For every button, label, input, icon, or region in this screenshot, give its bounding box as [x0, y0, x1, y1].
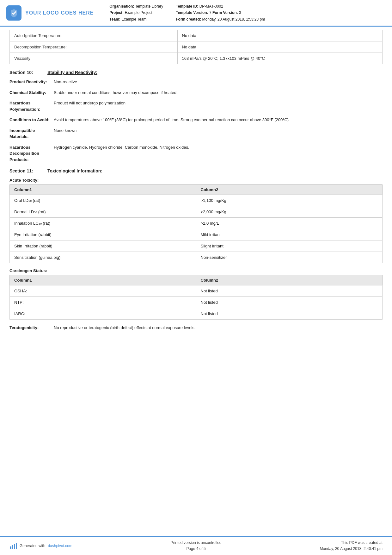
project-value: Example Project — [125, 10, 152, 15]
project-label: Project: — [109, 10, 124, 15]
main-content: Auto-Ignition Temperature:No dataDecompo… — [0, 27, 392, 535]
section10-fields: Product Reactivity:Non-reactiveChemical … — [9, 79, 383, 163]
team-value: Example Team — [121, 17, 146, 22]
acute-row: Dermal LD₅₀ (rat)>2,000 mg/Kg — [10, 206, 383, 218]
project-row: Project: Example Project — [109, 9, 163, 16]
template-version-label: Template Version: — [176, 10, 208, 15]
svg-rect-2 — [14, 544, 15, 549]
carcinogen-table: Column1 Column2 OSHA:Not listedNTP:Not l… — [9, 275, 383, 320]
carcinogen-row: OSHA:Not listed — [10, 285, 383, 297]
prop-value: 163 mPa/s @ 20°C; 1.37x103 mPa/s @ 40°C — [177, 53, 382, 64]
form-created-value: Monday, 20 August 2018, 1:53:23 pm — [202, 17, 265, 22]
footer-right: This PDF was created at Monday, 20 Augus… — [320, 540, 383, 552]
acute-row: Eye Irritation (rabbit)Mild irritant — [10, 229, 383, 240]
org-label: Organisation: — [109, 4, 134, 9]
footer-generated-text: Generated with — [20, 544, 45, 548]
acute-col1: Sensitization (guinea pig) — [10, 252, 196, 263]
acute-row: Sensitization (guinea pig)Non-sensitizer — [10, 252, 383, 263]
properties-row: Decomposition Temperature:No data — [10, 41, 383, 53]
svg-rect-1 — [12, 545, 13, 549]
acute-row: Inhalation LC₅₀ (rat)>2.0 mg/L — [10, 218, 383, 229]
section11-number: Section 11: — [9, 168, 41, 173]
acute-col1: Eye Irritation (rabbit) — [10, 229, 196, 240]
footer-created-date: Monday, 20 August 2018, 2:40:41 pm — [320, 546, 383, 552]
section11-title: Toxicological Information: — [47, 168, 102, 173]
section11-header: Section 11: Toxicological Information: — [9, 168, 383, 173]
field-label: Conditions to Avoid: — [9, 117, 54, 123]
form-version-value: 3 — [239, 10, 241, 15]
teratogenicity-value: No reproductive or teratogenic (birth de… — [54, 325, 383, 331]
section10-field-row: Product Reactivity:Non-reactive — [9, 79, 383, 85]
org-value: Template Library — [135, 4, 163, 9]
carcinogen-col1: OSHA: — [10, 285, 196, 297]
section10-field-row: Incompatible Materials:None known — [9, 128, 383, 140]
field-label: Incompatible Materials: — [9, 128, 54, 140]
header-meta: Organisation: Template Library Project: … — [100, 3, 383, 22]
section10-title: Stability and Reactivity: — [47, 70, 97, 75]
prop-label: Auto-Ignition Temperature: — [10, 30, 178, 41]
prop-label: Decomposition Temperature: — [10, 41, 178, 53]
field-label: Product Reactivity: — [9, 79, 54, 85]
acute-col1: Inhalation LC₅₀ (rat) — [10, 218, 196, 229]
carcinogen-col2: Not listed — [196, 308, 383, 320]
footer-link[interactable]: dashpivot.com — [48, 544, 72, 548]
footer-page: Page 4 of 5 — [171, 546, 222, 552]
properties-row: Viscosity:163 mPa/s @ 20°C; 1.37x103 mPa… — [10, 53, 383, 64]
acute-toxicity-table: Column1 Column2 Oral LD₅₀ (rat)>1,100 mg… — [9, 184, 383, 263]
section10-field-row: Chemical Stability:Stable under normal c… — [9, 90, 383, 96]
properties-table: Auto-Ignition Temperature:No dataDecompo… — [9, 30, 383, 64]
footer-left: Generated with dashpivot.com — [9, 542, 72, 550]
acute-col2: >1,100 mg/Kg — [196, 195, 383, 206]
footer-created-text: This PDF was created at — [320, 540, 383, 546]
acute-col2: Slight irritant — [196, 240, 383, 252]
field-label: Hazardous Polymerisation: — [9, 100, 54, 112]
carcinogen-col2: Not listed — [196, 285, 383, 297]
carcinogen-col1: IARC: — [10, 308, 196, 320]
acute-col1: Oral LD₅₀ (rat) — [10, 195, 196, 206]
acute-col1-header: Column1 — [10, 185, 196, 195]
template-id-row: Template ID: DP-MAT-0002 — [176, 3, 265, 9]
field-value: Non-reactive — [54, 79, 383, 85]
section10-number: Section 10: — [9, 70, 41, 75]
acute-col1: Dermal LD₅₀ (rat) — [10, 206, 196, 218]
carcinogen-col2: Not listed — [196, 297, 383, 308]
teratogenicity-row: Teratogenicity: No reproductive or terat… — [9, 325, 383, 331]
acute-row: Skin Irritation (rabbit)Slight irritant — [10, 240, 383, 252]
acute-col2: >2.0 mg/L — [196, 218, 383, 229]
prop-value: No data — [177, 41, 382, 53]
section10-header: Section 10: Stability and Reactivity: — [9, 70, 383, 75]
prop-label: Viscosity: — [10, 53, 178, 64]
field-value: Product will not undergo polymerization — [54, 100, 383, 112]
acute-col2: >2,000 mg/Kg — [196, 206, 383, 218]
field-value: None known — [54, 128, 383, 140]
page: YOUR LOGO GOES HERE Organisation: Templa… — [0, 0, 392, 555]
form-created-row: Form created: Monday, 20 August 2018, 1:… — [176, 16, 265, 22]
carcinogen-col1: NTP: — [10, 297, 196, 308]
section10-field-row: Conditions to Avoid:Avoid temperatures a… — [9, 117, 383, 123]
version-row: Template Version: 7 Form Version: 3 — [176, 9, 265, 16]
field-label: Chemical Stability: — [9, 90, 54, 96]
logo-icon — [6, 5, 21, 21]
acute-col2-header: Column2 — [196, 185, 383, 195]
footer-logo-icon — [9, 542, 17, 550]
acute-col2: Non-sensitizer — [196, 252, 383, 263]
teratogenicity-label: Teratogenicity: — [9, 325, 54, 331]
template-version-value: 7 — [209, 10, 211, 15]
team-label: Team: — [109, 17, 120, 22]
prop-value: No data — [177, 30, 382, 41]
field-value: Hydrogen cyanide, Hydrogen chloride, Car… — [54, 144, 383, 163]
template-id-label: Template ID: — [176, 4, 198, 9]
carcinogen-row: NTP:Not listed — [10, 297, 383, 308]
acute-col1: Skin Irritation (rabbit) — [10, 240, 196, 252]
carcinogen-col2-header: Column2 — [196, 275, 383, 285]
section10-field-row: Hazardous Decomposition Products:Hydroge… — [9, 144, 383, 163]
carcinogen-col1-header: Column1 — [10, 275, 196, 285]
field-value: Stable under normal conditions, however … — [54, 90, 383, 96]
logo-text: YOUR LOGO GOES HERE — [25, 10, 94, 16]
template-id-value: DP-MAT-0002 — [199, 4, 223, 9]
properties-row: Auto-Ignition Temperature:No data — [10, 30, 383, 41]
section10-field-row: Hazardous Polymerisation:Product will no… — [9, 100, 383, 112]
carcinogen-label: Carcinogen Status: — [9, 268, 383, 273]
footer-center: Printed version is uncontrolled Page 4 o… — [171, 540, 222, 552]
svg-rect-3 — [16, 543, 17, 549]
